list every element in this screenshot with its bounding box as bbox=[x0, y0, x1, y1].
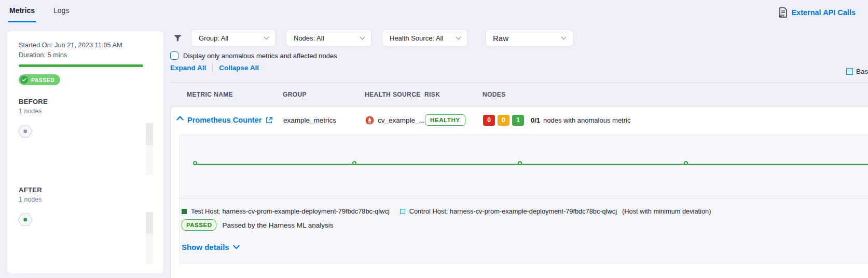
nodes-filter-dropdown[interactable]: Nodes: All bbox=[286, 30, 372, 46]
duration-text: Duration: 5 mins bbox=[19, 50, 122, 60]
nodes-cell: 0 0 1 0/1 nodes with anomalous metric bbox=[483, 115, 868, 126]
prometheus-icon bbox=[365, 116, 374, 125]
view-tabs: Metrics Logs bbox=[8, 5, 70, 22]
healthy-count-green: 1 bbox=[512, 115, 524, 126]
anomalous-metrics-checkbox[interactable] bbox=[170, 51, 178, 60]
verification-progress-bar bbox=[19, 64, 143, 67]
baseline-swatch-icon bbox=[846, 68, 853, 75]
tab-metrics[interactable]: Metrics bbox=[8, 5, 36, 22]
control-host-swatch-icon bbox=[400, 209, 405, 214]
check-circle-icon bbox=[20, 76, 28, 84]
col-header-nodes: NODES bbox=[483, 91, 868, 98]
chart-data-point-marker[interactable] bbox=[193, 161, 197, 165]
collapse-row-chevron-icon[interactable] bbox=[176, 116, 184, 121]
health-source-cell: cv_example_... bbox=[365, 116, 425, 125]
chart-x-axis bbox=[180, 198, 868, 198]
nodes-summary-text: nodes with anomalous metric bbox=[543, 116, 630, 124]
scrollbar-thumb[interactable] bbox=[146, 123, 153, 145]
analysis-result-row: PASSED Passed by the Harness ML analysis bbox=[182, 219, 334, 231]
chevron-down-icon bbox=[233, 245, 240, 249]
test-host-label: Test Host: harness-cv-prom-example-deplo… bbox=[191, 207, 390, 215]
nodes-filter-value: Nodes: All bbox=[294, 34, 324, 42]
metric-group-cell: example_metrics bbox=[283, 116, 365, 124]
before-node-hexagon[interactable] bbox=[17, 123, 33, 139]
external-link-icon bbox=[266, 117, 272, 124]
nodes-ratio: 0/1 bbox=[531, 116, 540, 124]
metric-chart[interactable] bbox=[180, 135, 868, 198]
health-source-name: cv_example_... bbox=[378, 116, 425, 124]
risk-cell: HEALTHY bbox=[425, 114, 483, 126]
chart-series-line bbox=[196, 164, 868, 165]
chevron-down-icon bbox=[360, 36, 365, 40]
tab-logs[interactable]: Logs bbox=[52, 5, 70, 22]
test-host-swatch-icon bbox=[182, 209, 187, 214]
chevron-down-icon bbox=[561, 36, 567, 40]
group-filter-value: Group: All bbox=[199, 34, 228, 42]
expand-all-link[interactable]: Expand All bbox=[170, 64, 206, 72]
chevron-down-icon bbox=[456, 36, 461, 40]
filter-icon bbox=[173, 34, 182, 43]
col-header-risk: RISK bbox=[424, 91, 483, 98]
view-mode-value: Raw bbox=[493, 34, 508, 43]
after-list-scrollbar[interactable] bbox=[146, 212, 153, 264]
col-header-health-source: HEALTH SOURCE bbox=[365, 91, 424, 98]
control-host-label: Control Host: harness-cv-prom-example-de… bbox=[409, 207, 617, 215]
metric-name-text: Prometheus Counter bbox=[187, 116, 261, 124]
before-section-title: BEFORE bbox=[19, 98, 48, 105]
metric-name-link[interactable]: Prometheus Counter bbox=[187, 116, 283, 124]
metric-row-card: Prometheus Counter example_metrics cv_ex… bbox=[170, 107, 868, 278]
before-list-scrollbar[interactable] bbox=[146, 123, 153, 175]
show-details-label: Show details bbox=[182, 243, 229, 251]
verification-meta: Started On: Jun 21, 2023 11:05 AM Durati… bbox=[19, 40, 122, 60]
anomalous-filter-row: Display only anomalous metrics and affec… bbox=[170, 51, 337, 60]
show-details-link[interactable]: Show details bbox=[182, 243, 240, 251]
after-section-title: AFTER bbox=[19, 186, 42, 194]
anomalous-count-red: 0 bbox=[483, 115, 495, 126]
chart-data-point-marker[interactable] bbox=[684, 161, 688, 165]
divider bbox=[212, 64, 213, 72]
control-host-suffix: (Host with minimum deviation) bbox=[622, 207, 711, 215]
anomalous-metrics-checkbox-label[interactable]: Display only anomalous metrics and affec… bbox=[183, 52, 337, 60]
view-mode-dropdown[interactable]: Raw bbox=[485, 30, 573, 46]
anomalous-count-orange: 0 bbox=[498, 115, 509, 126]
collapse-all-link[interactable]: Collapse All bbox=[219, 64, 259, 72]
chart-data-point-marker[interactable] bbox=[518, 161, 522, 165]
after-node-count: 1 nodes bbox=[19, 196, 42, 203]
table-header-row: METRIC NAME GROUP HEALTH SOURCE RISK NOD… bbox=[170, 83, 868, 107]
scrollbar-thumb[interactable] bbox=[146, 212, 153, 234]
legend-item-test-host: Test Host: harness-cv-prom-example-deplo… bbox=[182, 207, 390, 215]
started-on-text: Started On: Jun 21, 2023 11:05 AM bbox=[19, 40, 122, 50]
risk-status-badge: HEALTHY bbox=[425, 114, 465, 126]
col-header-metric-name: METRIC NAME bbox=[187, 91, 283, 98]
legend-item-control-host: Control Host: harness-cv-prom-example-de… bbox=[400, 207, 711, 215]
baseline-legend: Base bbox=[846, 68, 868, 75]
filter-row: Group: All Nodes: All Health Source: All… bbox=[172, 30, 583, 46]
verification-summary-card: Started On: Jun 21, 2023 11:05 AM Durati… bbox=[7, 31, 163, 273]
chevron-down-icon bbox=[264, 36, 269, 40]
metric-chart-panel: Test Host: harness-cv-prom-example-deplo… bbox=[179, 135, 868, 263]
analysis-status-text: Passed by the Harness ML analysis bbox=[222, 221, 333, 229]
before-node-count: 1 nodes bbox=[19, 108, 42, 115]
expand-collapse-row: Expand All Collapse All bbox=[170, 64, 259, 72]
verification-status-label: PASSED bbox=[31, 77, 54, 83]
health-source-filter-value: Health Source: All bbox=[390, 34, 443, 42]
analysis-status-badge: PASSED bbox=[182, 219, 216, 231]
group-filter-dropdown[interactable]: Group: All bbox=[191, 30, 276, 46]
health-source-filter-dropdown[interactable]: Health Source: All bbox=[382, 30, 468, 46]
metric-row-header[interactable]: Prometheus Counter example_metrics cv_ex… bbox=[171, 107, 868, 133]
col-header-group: GROUP bbox=[283, 91, 365, 98]
baseline-legend-label: Base bbox=[856, 68, 868, 75]
chart-legend: Test Host: harness-cv-prom-example-deplo… bbox=[182, 207, 711, 215]
metrics-main-area: Group: All Nodes: All Health Source: All… bbox=[170, 0, 868, 278]
after-node-hexagon[interactable] bbox=[17, 211, 33, 228]
verification-status-badge: PASSED bbox=[19, 74, 60, 85]
